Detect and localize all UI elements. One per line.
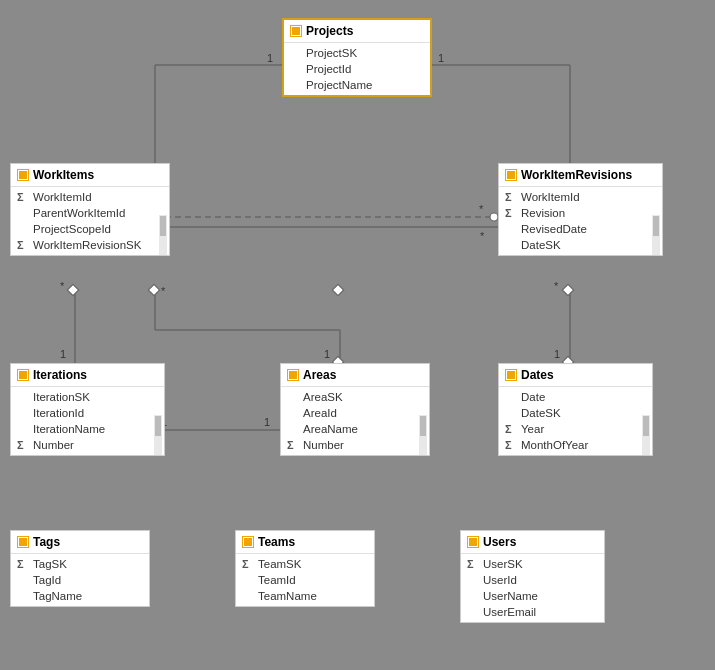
table-areas-name: Areas — [303, 368, 336, 382]
table-icon-users — [467, 536, 479, 548]
field-projectscopeid: ProjectScopeId — [11, 221, 169, 237]
table-teams[interactable]: Teams Σ TeamSK TeamId TeamName — [235, 530, 375, 607]
svg-text:1: 1 — [60, 348, 66, 360]
field-iterations-number: Σ Number — [11, 437, 164, 453]
field-workitemrevisionsk: Σ WorkItemRevisionSK — [11, 237, 169, 253]
table-tags-name: Tags — [33, 535, 60, 549]
table-icon-tags — [17, 536, 29, 548]
table-workitemrevisions-name: WorkItemRevisions — [521, 168, 632, 182]
svg-rect-27 — [332, 284, 343, 295]
field-iterationname: IterationName — [11, 421, 164, 437]
table-iterations[interactable]: Iterations IterationSK IterationId Itera… — [10, 363, 165, 456]
table-dates-body: Date DateSK Σ Year Σ MonthOfYear — [499, 387, 652, 455]
field-wir-revision: Σ Revision — [499, 205, 662, 221]
table-workitems[interactable]: WorkItems Σ WorkItemId ParentWorkItemId … — [10, 163, 170, 256]
table-iterations-name: Iterations — [33, 368, 87, 382]
field-tagsk: Σ TagSK — [11, 556, 149, 572]
table-projects-name: Projects — [306, 24, 353, 38]
table-projects[interactable]: Projects ProjectSK ProjectId ProjectName — [282, 18, 432, 97]
field-projectid: ProjectId — [284, 61, 430, 77]
svg-rect-33 — [562, 284, 573, 295]
table-teams-body: Σ TeamSK TeamId TeamName — [236, 554, 374, 606]
table-icon-dates — [505, 369, 517, 381]
scroll-areas[interactable] — [419, 415, 427, 455]
table-users[interactable]: Users Σ UserSK UserId UserName UserEmail — [460, 530, 605, 623]
field-userid: UserId — [461, 572, 604, 588]
table-areas[interactable]: Areas AreaSK AreaId AreaName Σ Number — [280, 363, 430, 456]
field-areaname: AreaName — [281, 421, 429, 437]
scroll-dates[interactable] — [642, 415, 650, 455]
field-wir-reviseddate: RevisedDate — [499, 221, 662, 237]
table-projects-body: ProjectSK ProjectId ProjectName — [284, 43, 430, 95]
scroll-workitems[interactable] — [159, 215, 167, 255]
field-workitemid: Σ WorkItemId — [11, 189, 169, 205]
field-tagname: TagName — [11, 588, 149, 604]
svg-text:1: 1 — [264, 416, 270, 428]
svg-point-14 — [490, 213, 498, 221]
field-monthofyear: Σ MonthOfYear — [499, 437, 652, 453]
field-username: UserName — [461, 588, 604, 604]
table-teams-header: Teams — [236, 531, 374, 554]
table-workitemrevisions[interactable]: WorkItemRevisions Σ WorkItemId Σ Revisio… — [498, 163, 663, 256]
field-teamsk: Σ TeamSK — [236, 556, 374, 572]
field-areask: AreaSK — [281, 389, 429, 405]
table-icon-areas — [287, 369, 299, 381]
field-areas-number: Σ Number — [281, 437, 429, 453]
field-wir-workitemid: Σ WorkItemId — [499, 189, 662, 205]
svg-rect-21 — [67, 284, 78, 295]
table-workitemrevisions-body: Σ WorkItemId Σ Revision RevisedDate Date… — [499, 187, 662, 255]
table-iterations-header: Iterations — [11, 364, 164, 387]
table-tags[interactable]: Tags Σ TagSK TagId TagName — [10, 530, 150, 607]
svg-text:1: 1 — [438, 52, 444, 64]
table-areas-header: Areas — [281, 364, 429, 387]
table-users-header: Users — [461, 531, 604, 554]
table-workitems-name: WorkItems — [33, 168, 94, 182]
field-usersk: Σ UserSK — [461, 556, 604, 572]
svg-text:1: 1 — [324, 348, 330, 360]
table-workitemrevisions-header: WorkItemRevisions — [499, 164, 662, 187]
svg-text:1: 1 — [554, 348, 560, 360]
table-workitems-body: Σ WorkItemId ParentWorkItemId ProjectSco… — [11, 187, 169, 255]
diagram-canvas: 1 1 1 1 1 * * * * 1 * 1 — [0, 0, 715, 670]
table-icon-iterations — [17, 369, 29, 381]
svg-text:*: * — [161, 285, 166, 297]
svg-text:*: * — [554, 280, 559, 292]
field-iterationid: IterationId — [11, 405, 164, 421]
table-users-body: Σ UserSK UserId UserName UserEmail — [461, 554, 604, 622]
table-icon-workitemrevisions — [505, 169, 517, 181]
field-teamid: TeamId — [236, 572, 374, 588]
scroll-workitemrevisions[interactable] — [652, 215, 660, 255]
table-users-name: Users — [483, 535, 516, 549]
svg-text:*: * — [479, 203, 484, 215]
field-iterationsk: IterationSK — [11, 389, 164, 405]
table-workitems-header: WorkItems — [11, 164, 169, 187]
field-useremail: UserEmail — [461, 604, 604, 620]
field-tagid: TagId — [11, 572, 149, 588]
field-date: Date — [499, 389, 652, 405]
field-year: Σ Year — [499, 421, 652, 437]
table-dates-name: Dates — [521, 368, 554, 382]
table-tags-header: Tags — [11, 531, 149, 554]
field-datesk: DateSK — [499, 405, 652, 421]
svg-rect-28 — [148, 284, 159, 295]
field-projectname: ProjectName — [284, 77, 430, 93]
table-icon-projects — [290, 25, 302, 37]
field-areaid: AreaId — [281, 405, 429, 421]
table-projects-header: Projects — [284, 20, 430, 43]
table-iterations-body: IterationSK IterationId IterationName Σ … — [11, 387, 164, 455]
table-dates-header: Dates — [499, 364, 652, 387]
svg-text:*: * — [480, 230, 485, 242]
table-areas-body: AreaSK AreaId AreaName Σ Number — [281, 387, 429, 455]
table-icon-workitems — [17, 169, 29, 181]
field-projectsk: ProjectSK — [284, 45, 430, 61]
table-tags-body: Σ TagSK TagId TagName — [11, 554, 149, 606]
svg-text:*: * — [60, 280, 65, 292]
field-wir-datesk: DateSK — [499, 237, 662, 253]
field-teamname: TeamName — [236, 588, 374, 604]
field-parentworkitemid: ParentWorkItemId — [11, 205, 169, 221]
table-icon-teams — [242, 536, 254, 548]
table-dates[interactable]: Dates Date DateSK Σ Year Σ MonthOfYear — [498, 363, 653, 456]
table-teams-name: Teams — [258, 535, 295, 549]
scroll-iterations[interactable] — [154, 415, 162, 455]
svg-text:1: 1 — [267, 52, 273, 64]
